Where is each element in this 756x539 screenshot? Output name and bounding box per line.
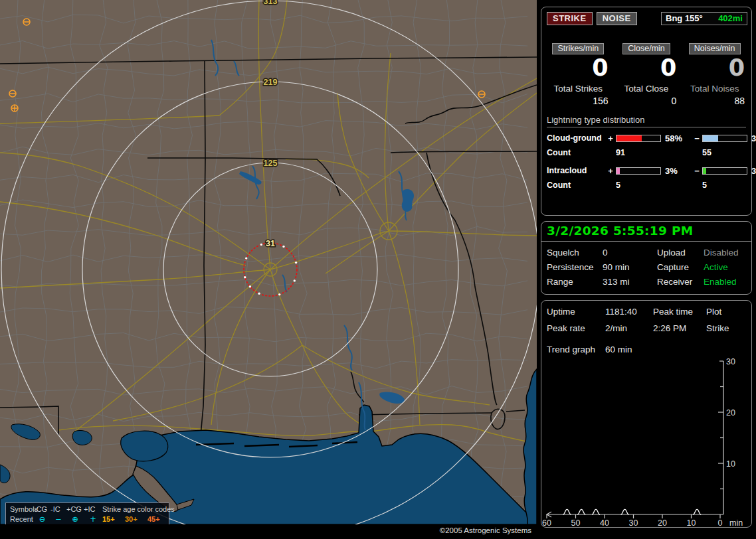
svg-text:60: 60	[542, 518, 551, 526]
persistence-value: 90 min	[603, 262, 657, 272]
intracloud-row: Intracloud + 3% − 3%	[547, 166, 746, 176]
ic-negative-count: 5	[702, 181, 749, 190]
neg-cg-recent-icon: ⊖	[34, 514, 50, 524]
ring-label-313: 313	[264, 0, 278, 6]
ic-negative-pct: 3%	[749, 166, 756, 176]
svg-text:10: 10	[726, 459, 735, 469]
minus-sign: −	[692, 133, 702, 143]
peak-rate-label: Peak rate	[547, 323, 605, 333]
clock-panel: 3/2/2026 5:55:19 PM Squelch 0 Upload Dis…	[541, 221, 752, 295]
legend-header-symbols: Symbols	[10, 504, 34, 514]
cg-negative-count: 55	[702, 148, 749, 157]
cg-negative-bar	[702, 135, 747, 142]
peak-time-value: 2:26 PM	[653, 323, 706, 333]
legend-row-recent: Recent	[10, 514, 34, 524]
svg-text:30: 30	[629, 518, 638, 526]
capture-label: Capture	[657, 262, 704, 272]
pos-cg-recent-icon: ⊕	[66, 514, 84, 524]
count-label: Count	[547, 148, 605, 157]
plot-label: Plot	[706, 307, 746, 317]
cg-pos-strike-icon	[11, 105, 18, 112]
noise-indicator-button[interactable]: NOISE	[597, 12, 637, 25]
upload-label: Upload	[657, 248, 704, 258]
distribution-title: Lightning type distribution	[547, 115, 746, 127]
svg-text:20: 20	[658, 518, 667, 526]
age-30: 30+	[125, 514, 147, 524]
plus-sign: +	[605, 166, 616, 176]
nexstorm-window: 31321912531 Symbols -CG -IC +CG +IC Stri…	[0, 0, 756, 539]
legend-age-header: Strike age color codes	[102, 504, 166, 514]
svg-text:50: 50	[571, 518, 581, 526]
bearing-distance: 402mi	[718, 13, 743, 23]
total-noises-label: Total Noises	[684, 84, 745, 94]
noises-per-min-value: 0	[684, 56, 745, 80]
strikes-per-min-button[interactable]: Strikes/min	[552, 43, 604, 54]
minus-sign: −	[692, 166, 702, 176]
plot-value: Strike	[706, 323, 746, 333]
strike-indicator-button[interactable]: STRIKE	[547, 12, 593, 25]
datetime-display: 3/2/2026 5:55:19 PM	[541, 222, 751, 242]
settings-grid: Squelch 0 Upload Disabled Persistence 90…	[541, 242, 751, 287]
control-panel: STRIKE NOISE Bng 155° 402mi Strikes/min …	[538, 0, 756, 539]
total-strikes-value: 156	[548, 96, 609, 106]
lightning-type-distribution: Lightning type distribution Cloud-ground…	[547, 115, 746, 190]
range-value: 313 mi	[603, 277, 657, 287]
age-45: 45+	[147, 514, 166, 524]
ic-positive-count: 5	[616, 181, 662, 190]
bearing-label: Bng 155°	[666, 13, 703, 23]
map-canvas[interactable]: 31321912531	[0, 0, 537, 524]
bearing-readout: Bng 155° 402mi	[661, 12, 747, 25]
upload-status: Disabled	[704, 248, 746, 258]
ic-negative-bar	[702, 167, 747, 175]
neg-ic-recent-icon: −	[50, 514, 66, 524]
svg-text:min: min	[729, 518, 743, 526]
legend-header-neg-ic: -IC	[50, 504, 66, 514]
squelch-label: Squelch	[547, 248, 603, 258]
pos-ic-recent-icon: +	[84, 514, 102, 524]
count-label: Count	[547, 181, 605, 190]
strikes-per-min-value: 0	[548, 56, 609, 80]
svg-text:30: 30	[726, 357, 735, 366]
plus-sign: +	[605, 133, 616, 143]
ic-positive-pct: 3%	[662, 166, 692, 176]
squelch-value: 0	[603, 248, 657, 258]
ic-positive-bar	[616, 167, 661, 175]
intracloud-label: Intracloud	[547, 166, 605, 175]
ring-label-31: 31	[266, 239, 275, 248]
cg-positive-count: 91	[616, 148, 662, 157]
lightning-map[interactable]: 31321912531 Symbols -CG -IC +CG +IC Stri…	[0, 0, 537, 539]
legend-header-pos-cg: +CG	[66, 504, 84, 514]
close-per-min-value: 0	[616, 56, 677, 80]
persistence-label: Persistence	[547, 262, 603, 272]
cg-positive-bar	[616, 135, 661, 142]
receiver-label: Receiver	[657, 277, 704, 287]
svg-text:0: 0	[718, 518, 723, 526]
map-status-bar: ©2005 Astrogenic Systems	[0, 524, 537, 539]
rate-counters: Strikes/min 0 Total Strikes 156 Close/mi…	[548, 43, 745, 106]
cloud-ground-label: Cloud-ground	[547, 133, 605, 143]
trend-panel: Uptime 1181:40 Peak time Plot Peak rate …	[541, 300, 752, 528]
close-per-min-column: Close/min 0 Total Close 0	[616, 43, 677, 106]
cloud-ground-row: Cloud-ground + 58% − 35%	[547, 133, 746, 143]
total-close-label: Total Close	[616, 84, 677, 94]
trend-tick-labels: 30 20 10 60 50 40 30 20 10 0 min	[542, 357, 743, 526]
total-strikes-label: Total Strikes	[548, 84, 609, 94]
cg-positive-pct: 58%	[662, 133, 692, 143]
ring-label-219: 219	[264, 78, 278, 87]
noises-per-min-button[interactable]: Noises/min	[689, 43, 741, 54]
intracloud-count-row: Count 5 5	[547, 181, 746, 190]
range-label: Range	[547, 277, 603, 287]
close-per-min-button[interactable]: Close/min	[622, 43, 670, 54]
total-close-value: 0	[616, 96, 677, 106]
svg-text:20: 20	[726, 408, 735, 418]
age-15: 15+	[102, 514, 125, 524]
svg-text:10: 10	[687, 518, 696, 526]
uptime-grid: Uptime 1181:40 Peak time Plot Peak rate …	[541, 301, 751, 333]
cloud-ground-count-row: Count 91 55	[547, 148, 746, 157]
total-noises-value: 88	[684, 96, 745, 106]
uptime-label: Uptime	[547, 307, 605, 317]
receiver-status: Enabled	[704, 277, 746, 287]
copyright-text: ©2005 Astrogenic Systems	[440, 526, 531, 534]
peak-time-label: Peak time	[653, 307, 706, 317]
legend-header-pos-ic: +IC	[84, 504, 102, 514]
